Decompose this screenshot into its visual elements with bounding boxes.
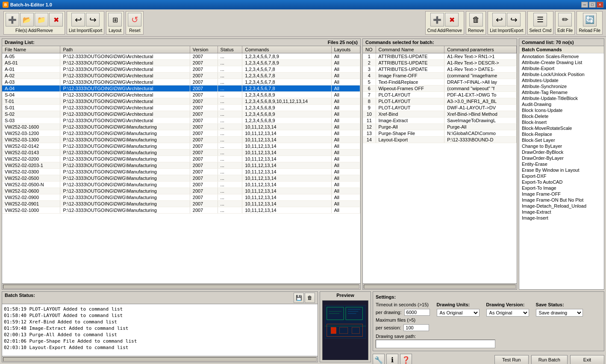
command-list-item[interactable]: Image Frame-ON But No Plot xyxy=(519,197,604,203)
command-list-item[interactable]: Change to ByLayer xyxy=(519,143,604,149)
command-list-item[interactable]: Export-To Image xyxy=(519,185,604,191)
command-list-scrollable[interactable]: Batch Commands Annotation Scales-RemoveA… xyxy=(519,46,604,289)
edit-file-button[interactable]: ✏ xyxy=(558,13,572,26)
add-files-button[interactable]: ➕ xyxy=(6,13,19,26)
test-run-button[interactable]: Test Run xyxy=(494,355,529,364)
maximize-button[interactable]: □ xyxy=(589,2,596,8)
table-row[interactable]: S-02 P:\12-3333\OUTGOING\DWG\Architectur… xyxy=(2,111,360,117)
cmd-add-button[interactable]: ➕ xyxy=(430,13,444,26)
table-row[interactable]: VW252-02-0203-1 P:\12-3333\OUTGOING\DWG\… xyxy=(2,162,360,169)
batch-command-row[interactable]: 10 Xref-Bind Xref-Bind->Bind Method xyxy=(363,111,517,117)
table-row[interactable]: VW252-02-0500 P:\12-3333\OUTGOING\DWG\Ma… xyxy=(2,175,360,182)
batch-command-row[interactable]: 12 Purge-All Purge-All xyxy=(363,124,517,130)
drawing-version-select[interactable]: As Original 2007 2010 2013 xyxy=(486,309,529,317)
exit-button[interactable]: Exit xyxy=(570,355,604,364)
table-row[interactable]: S-03 P:\12-3333\OUTGOING\DWG\Architectur… xyxy=(2,117,360,124)
command-list-item[interactable]: Entity-Erase xyxy=(519,161,604,167)
drawing-list-scrolltrack[interactable] xyxy=(3,285,359,289)
table-row[interactable]: VW252-02-0600 P:\12-3333\OUTGOING\DWG\Ma… xyxy=(2,188,360,194)
batch-command-row[interactable]: 11 Image-Extract SaveImageToDrawingL xyxy=(363,117,517,124)
command-list-item[interactable]: Audit-Drawing xyxy=(519,101,604,107)
command-list-item[interactable]: Attribute-Update-TitleBlock xyxy=(519,95,604,101)
batch-command-row[interactable]: 7 PLOT-LAYOUT PDF-A1-EXT->DWG To xyxy=(363,92,517,98)
status-scrollbar[interactable] xyxy=(2,356,318,362)
command-list-item[interactable]: Attribute-Synchronize xyxy=(519,83,604,89)
table-row[interactable]: VW252-03-1200 P:\12-3333\OUTGOING\DWG\Ma… xyxy=(2,130,360,137)
info-button[interactable]: ℹ xyxy=(386,354,398,364)
batch-command-row[interactable]: 3 ATTRIBUTES-UPDATE A1-Rev Text-> DATE1- xyxy=(363,66,517,73)
batch-scrolltrack[interactable] xyxy=(364,285,516,289)
batch-command-row[interactable]: 8 PLOT-LAYOUT A3->3.0_INFR1_A3_BL xyxy=(363,98,517,105)
table-row[interactable]: A-04 P:\12-3333\OUTGOING\DWG\Architectur… xyxy=(2,85,360,92)
batch-command-row[interactable]: 13 Purge-Shape File N:\Global\CAD\Commo xyxy=(363,130,517,137)
minimize-button[interactable]: ─ xyxy=(581,2,588,8)
command-list-item[interactable]: Image-Detach_Reload_Unload xyxy=(519,203,604,209)
batch-commands-scrollbar[interactable] xyxy=(363,283,517,289)
browse-button[interactable]: 📁 xyxy=(35,13,48,26)
command-list-item[interactable]: Image-Insert xyxy=(519,215,604,221)
status-scrolltrack[interactable] xyxy=(3,357,317,361)
command-list-item[interactable]: Block Icons-Update xyxy=(519,107,604,113)
save-log-button[interactable]: 💾 xyxy=(294,293,304,303)
batch-command-row[interactable]: 2 ATTRIBUTES-UPDATE A1-Rev Text-> DESCR-… xyxy=(363,60,517,66)
batch-import-button[interactable]: ↩ xyxy=(492,13,506,26)
select-cmd-button[interactable]: ☰ xyxy=(533,13,547,26)
batch-remove-button[interactable]: 🗑 xyxy=(469,13,483,26)
table-row[interactable]: A-05 P:\12-3333\OUTGOING\DWG\Architectur… xyxy=(2,53,360,60)
per-drawing-input[interactable] xyxy=(404,309,430,316)
save-status-select[interactable]: Save drawing Don't Save xyxy=(536,309,583,317)
table-row[interactable]: S-01 P:\12-3333\OUTGOING\DWG\Architectur… xyxy=(2,105,360,111)
command-list-item[interactable]: Attribute-Export xyxy=(519,65,604,71)
command-list-item[interactable]: Block-MoveRotateScale xyxy=(519,125,604,131)
reload-file-button[interactable]: 🔄 xyxy=(583,13,597,26)
clear-log-button[interactable]: 🗑 xyxy=(305,293,315,303)
table-row[interactable]: S-04 P:\12-3333\OUTGOING\DWG\Architectur… xyxy=(2,92,360,98)
table-row[interactable]: VW252-02-0142 P:\12-3333\OUTGOING\DWG\Ma… xyxy=(2,143,360,150)
command-list-item[interactable]: DrawOrder-ByBlock xyxy=(519,149,604,155)
batch-commands-table-container[interactable]: NO Command Name Command parameters 1 ATT… xyxy=(363,46,517,283)
command-list-item[interactable]: DrawOrder-ByLayer xyxy=(519,155,604,161)
layout-button[interactable]: ⊞ xyxy=(108,13,122,26)
table-row[interactable]: VW252-02-1000 P:\12-3333\OUTGOING\DWG\Ma… xyxy=(2,207,360,214)
title-bar-controls[interactable]: ─ □ ✕ xyxy=(581,2,603,8)
batch-command-row[interactable]: 1 ATTRIBUTES-UPDATE A1-Rev Text-> RN1->1 xyxy=(363,53,517,60)
drawing-list-table-container[interactable]: File Name Path Version Status Commands L… xyxy=(2,46,360,283)
command-list-item[interactable]: Export-DXF xyxy=(519,173,604,179)
table-row[interactable]: T-01 P:\12-3333\OUTGOING\DWG\Architectur… xyxy=(2,98,360,105)
open-button[interactable]: 📂 xyxy=(20,13,34,26)
command-list-item[interactable]: Block-Delete xyxy=(519,113,604,119)
command-list-item[interactable]: Attribute-Lock/Unlock Position xyxy=(519,71,604,77)
table-row[interactable]: VW252-03-1300 P:\12-3333\OUTGOING\DWG\Ma… xyxy=(2,137,360,143)
drawing-list-scrollbar[interactable] xyxy=(2,283,360,289)
reset-button[interactable]: ↺ xyxy=(128,13,141,26)
table-row[interactable]: VW252-02-1600 P:\12-3333\OUTGOING\DWG\Ma… xyxy=(2,124,360,130)
wrench-button[interactable]: 🔧 xyxy=(373,354,385,364)
command-list-item[interactable]: Attribute-Create Drawing List xyxy=(519,59,604,65)
run-batch-button[interactable]: Run Batch xyxy=(531,355,568,364)
batch-command-row[interactable]: 4 Image Frame-OFF (command "imageframe xyxy=(363,73,517,79)
command-list-item[interactable]: Block-Insert xyxy=(519,119,604,125)
list-import-button[interactable]: ↩ xyxy=(71,13,85,26)
command-list-item[interactable]: Block-Replace xyxy=(519,131,604,137)
table-row[interactable]: VW252-02-0500-N P:\12-3333\OUTGOING\DWG\… xyxy=(2,182,360,188)
cmd-remove-button[interactable]: ✖ xyxy=(445,13,459,26)
table-row[interactable]: AS-01 P:\12-3333\OUTGOING\DWG\Architectu… xyxy=(2,60,360,66)
batch-command-row[interactable]: 5 Text-Find&Replace DRAFT->FINAL->All la… xyxy=(363,79,517,85)
table-row[interactable]: A-01 P:\12-3333\OUTGOING\DWG\Architectur… xyxy=(2,66,360,73)
command-list-item[interactable]: Attribute-Tag Rename xyxy=(519,89,604,95)
table-row[interactable]: VW252-02-0200 P:\12-3333\OUTGOING\DWG\Ma… xyxy=(2,156,360,162)
help-button[interactable]: ❓ xyxy=(400,354,412,364)
batch-export-button[interactable]: ↪ xyxy=(507,13,521,26)
batch-command-row[interactable]: 9 PLOT-LAYOUT DWF-A1-LAYOUT->DV xyxy=(363,105,517,111)
batch-command-row[interactable]: 6 Wipeout-Frames OFF (command "wipeout" … xyxy=(363,85,517,92)
close-button[interactable]: ✕ xyxy=(597,2,603,8)
batch-command-row[interactable]: 14 Layout-Export P:\12-3333\BOUND-D xyxy=(363,137,517,143)
table-row[interactable]: VW252-02-0143 P:\12-3333\OUTGOING\DWG\Ma… xyxy=(2,150,360,156)
table-row[interactable]: VW252-02-0900 P:\12-3333\OUTGOING\DWG\Ma… xyxy=(2,194,360,201)
command-list-item[interactable]: Erase By Window in Layout xyxy=(519,167,604,173)
table-row[interactable]: A-02 P:\12-3333\OUTGOING\DWG\Architectur… xyxy=(2,73,360,79)
command-list-item[interactable]: Annotation Scales-Remove xyxy=(519,53,604,59)
command-list-item[interactable]: Block-Set Layer xyxy=(519,137,604,143)
command-list-item[interactable]: Image Frame-OFF xyxy=(519,191,604,197)
per-session-input[interactable] xyxy=(403,324,429,331)
